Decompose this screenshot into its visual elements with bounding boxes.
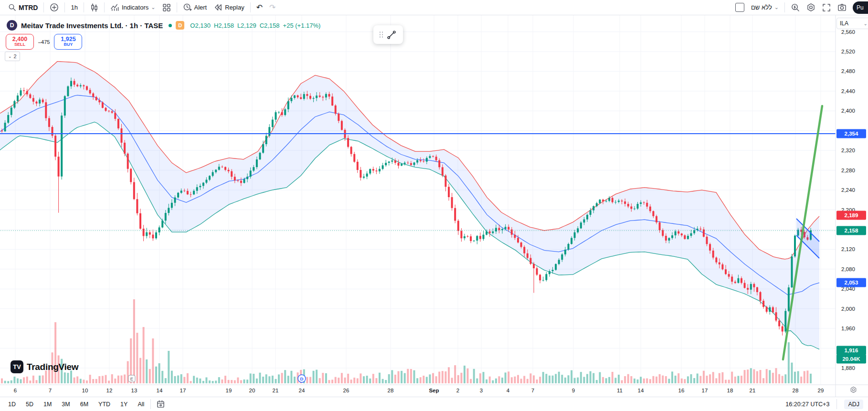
ohlc-value: L2,129 <box>237 22 256 29</box>
price-tick: 2,280 <box>841 168 855 173</box>
time-tick: 28 <box>793 388 799 393</box>
fullscreen-button[interactable] <box>819 1 834 14</box>
divider <box>784 2 785 12</box>
symbol-search-button[interactable]: MTRD <box>5 1 41 13</box>
dividend-marker[interactable]: D <box>298 375 306 382</box>
currency-value: ILA <box>840 20 848 27</box>
tradingview-logo-icon: TV <box>11 360 23 373</box>
earnings-marker[interactable]: E <box>128 375 135 382</box>
fullscreen-icon <box>822 3 831 12</box>
plus-circle-icon <box>50 3 59 12</box>
time-tick: 21 <box>750 388 756 393</box>
ohlc-value: C2,158 <box>260 22 280 29</box>
time-tick: 24 <box>299 388 305 393</box>
layout-grid-button[interactable] <box>159 1 174 14</box>
price-tick: 2,560 <box>841 29 855 35</box>
tradingview-logo-text: TradingView <box>27 362 78 372</box>
chevron-down-icon: ⌄ <box>8 54 12 59</box>
replay-button[interactable]: Replay <box>210 1 247 14</box>
time-tick: 4 <box>507 388 509 393</box>
price-tick: 2,480 <box>841 68 855 74</box>
ohlc-value: O2,130 <box>190 22 211 29</box>
price-axis-label: 2,189 <box>836 211 866 220</box>
price-tick: 2,400 <box>841 108 855 114</box>
gear-icon <box>850 386 857 393</box>
sell-price: 2,400 <box>12 36 27 43</box>
redo-icon: ↷ <box>269 4 275 11</box>
range-button-5d[interactable]: 5D <box>24 400 35 409</box>
axis-settings-gear[interactable] <box>850 386 857 393</box>
time-tick: 17 <box>702 388 708 393</box>
go-to-date-button[interactable] <box>156 399 166 409</box>
tradingview-watermark[interactable]: TV TradingView <box>11 360 78 373</box>
divider <box>84 2 84 12</box>
symbol-name: MTRD <box>19 4 38 11</box>
adjust-data-toggle[interactable]: ADJ <box>844 400 863 409</box>
svg-text:D: D <box>300 376 304 381</box>
camera-icon <box>837 3 847 12</box>
time-tick: 6 <box>14 388 17 393</box>
chart-style-button[interactable] <box>86 1 102 14</box>
time-tick: 29 <box>818 388 824 393</box>
time-tick: 16 <box>678 388 685 393</box>
divider <box>177 2 177 12</box>
range-button-6m[interactable]: 6M <box>79 400 90 409</box>
tradingview-app: ED MTRD 1h Indicators ⌄ <box>0 0 868 411</box>
symbol-logo: D <box>7 20 17 31</box>
delayed-data-badge[interactable]: D <box>176 21 184 30</box>
order-panel: 2,400 SELL –475 1,925 BUY <box>6 34 82 50</box>
range-button-3m[interactable]: 3M <box>60 400 71 409</box>
interval-button[interactable]: 1h <box>67 2 81 13</box>
symbol-legend[interactable]: D Meitav Trade Investments Ltd. · 1h · T… <box>7 20 320 31</box>
price-tick: 2,080 <box>841 266 855 272</box>
indicators-icon <box>110 3 119 12</box>
range-button-all[interactable]: All <box>136 400 146 409</box>
range-button-ytd[interactable]: YTD <box>97 400 112 409</box>
interval-label: 1h <box>71 4 77 11</box>
floating-draw-toolbar[interactable] <box>373 25 403 44</box>
undo-button[interactable]: ↶ <box>253 2 266 13</box>
compare-add-button[interactable] <box>46 1 62 14</box>
sell-button[interactable]: 2,400 SELL <box>6 34 34 50</box>
divider <box>104 2 105 12</box>
time-tick: 3 <box>480 388 483 393</box>
time-tick: 14 <box>157 388 163 393</box>
change-value: +25 (+1.17%) <box>283 22 321 29</box>
alert-button[interactable]: Alert <box>180 1 211 14</box>
drag-handle-icon[interactable] <box>380 32 383 38</box>
range-button-1m[interactable]: 1M <box>42 400 53 409</box>
price-axis-label: 20.04K <box>836 355 866 364</box>
indicators-count: 2 <box>14 53 17 59</box>
save-layout-button[interactable] <box>732 1 748 14</box>
currency-selector[interactable]: ILA ⌄ <box>836 18 868 29</box>
layout-name-button[interactable]: ללא שם ⌄ <box>748 2 782 13</box>
buy-button[interactable]: 1,925 BUY <box>54 34 82 50</box>
price-tick: 2,000 <box>841 306 855 312</box>
time-tick: 11 <box>617 388 623 393</box>
redo-button[interactable]: ↷ <box>266 2 279 13</box>
svg-text:E: E <box>130 376 133 381</box>
price-tick: 1,960 <box>841 326 855 331</box>
clock[interactable]: 16:20:27 UTC+3 <box>785 401 829 408</box>
collapsed-indicators-chip[interactable]: ⌄ 2 <box>5 52 20 61</box>
time-tick: 12 <box>106 388 113 393</box>
grid-layout-icon <box>162 3 171 12</box>
chart-canvas[interactable]: ED <box>0 0 868 411</box>
quick-search-button[interactable] <box>787 1 803 14</box>
bottom-toolbar: 1D5D1M3M6MYTD1YAll 16:20:27 UTC+3 ADJ <box>0 397 868 411</box>
range-button-1y[interactable]: 1Y <box>119 400 129 409</box>
publish-button[interactable]: Pu <box>853 1 868 14</box>
screenshot-button[interactable] <box>834 1 850 14</box>
replay-label: Replay <box>225 4 244 11</box>
divider <box>836 399 837 409</box>
settings-button[interactable] <box>803 1 819 14</box>
publish-label: Pu <box>857 4 864 11</box>
chevron-down-icon: ⌄ <box>864 21 868 26</box>
indicators-button[interactable]: Indicators ⌄ <box>107 1 159 14</box>
range-button-1d[interactable]: 1D <box>7 400 17 409</box>
chevron-down-icon: ⌄ <box>151 4 155 11</box>
time-tick: 19 <box>226 388 232 393</box>
symbol-title: Meitav Trade Investments Ltd. · 1h · TAS… <box>21 21 163 30</box>
trendline-tool-icon[interactable] <box>386 30 397 40</box>
candlestick-icon <box>90 3 98 12</box>
